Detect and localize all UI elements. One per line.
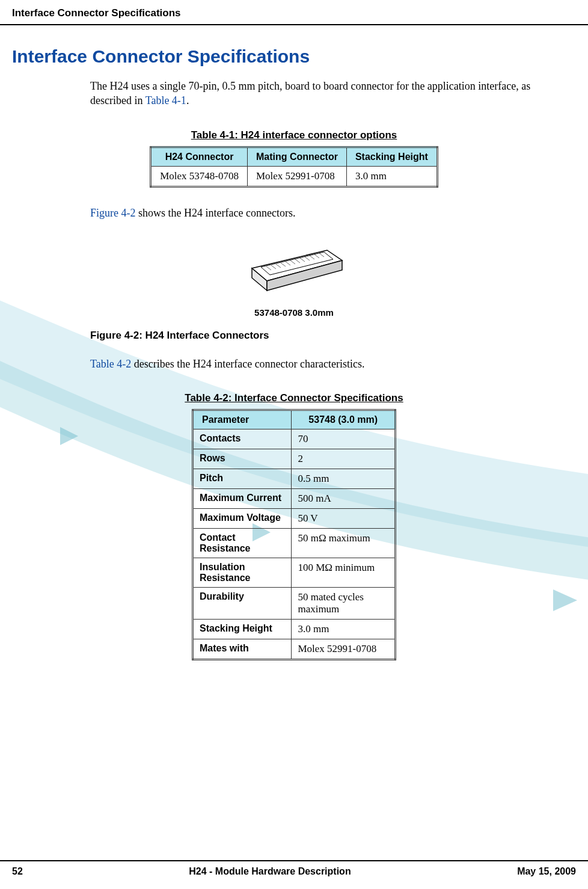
table-4-2-caption: Table 4-2: Interface Connector Specifica… [0, 392, 588, 404]
t1-h2: Mating Connector [247, 147, 346, 166]
t2-p6: Insulation Resistance [193, 558, 292, 588]
t2-p2: Pitch [193, 469, 292, 489]
t2-p4: Maximum Voltage [193, 509, 292, 529]
t2-v2: 0.5 mm [292, 469, 396, 489]
figure-intro-text: shows the H24 interface connectors. [136, 207, 296, 219]
page-title: Interface Connector Specifications [0, 25, 588, 79]
table-4-2: Parameter 53748 (3.0 mm) Contacts70 Rows… [192, 409, 396, 660]
link-table-4-2[interactable]: Table 4-2 [90, 358, 131, 370]
table-4-1: H24 Connector Mating Connector Stacking … [150, 146, 438, 188]
t2-p0: Contacts [193, 429, 292, 449]
table2-intro: Table 4-2 describes the H24 interface co… [0, 357, 588, 371]
t2-v7: 50 mated cycles maximum [292, 588, 396, 620]
connector-illustration [234, 235, 354, 301]
t2-p7: Durability [193, 588, 292, 620]
figure-4-2: 53748-0708 3.0mm [0, 235, 588, 318]
intro-text-b: . [186, 94, 189, 106]
t2-p3: Maximum Current [193, 489, 292, 509]
figure-part-label: 53748-0708 3.0mm [0, 307, 588, 318]
t2-p1: Rows [193, 449, 292, 469]
link-table-4-1[interactable]: Table 4-1 [145, 94, 186, 106]
t2-p9: Mates with [193, 639, 292, 660]
running-header: Interface Connector Specifications [0, 0, 588, 25]
table-4-1-caption: Table 4-1: H24 interface connector optio… [0, 129, 588, 141]
t1-c2: Molex 52991-0708 [247, 166, 346, 186]
footer-date: May 15, 2009 [517, 866, 576, 877]
t1-c3: 3.0 mm [346, 166, 437, 186]
figure-intro: Figure 4-2 shows the H24 interface conne… [0, 206, 588, 220]
t2-v8: 3.0 mm [292, 620, 396, 639]
t2-v4: 50 V [292, 509, 396, 529]
footer-center: H24 - Module Hardware Description [189, 866, 351, 877]
t2-h1: Parameter [193, 410, 292, 429]
t2-v6: 100 MΩ minimum [292, 558, 396, 588]
figure-4-2-caption: Figure 4-2: H24 Interface Connectors [0, 330, 588, 342]
intro-paragraph: The H24 uses a single 70-pin, 0.5 mm pit… [0, 79, 588, 108]
t2-p8: Stacking Height [193, 620, 292, 639]
t2-v9: Molex 52991-0708 [292, 639, 396, 660]
t2-v5: 50 mΩ maximum [292, 529, 396, 558]
page-footer: 52 H24 - Module Hardware Description May… [0, 860, 588, 877]
t2-p5: Contact Resistance [193, 529, 292, 558]
t1-h3: Stacking Height [346, 147, 437, 166]
page-number: 52 [12, 866, 23, 877]
t2-v3: 500 mA [292, 489, 396, 509]
link-figure-4-2[interactable]: Figure 4-2 [90, 207, 136, 219]
t2-v1: 2 [292, 449, 396, 469]
t1-c1: Molex 53748-0708 [151, 166, 248, 186]
t2-v0: 70 [292, 429, 396, 449]
table2-intro-text: describes the H24 interface connector ch… [131, 358, 364, 370]
t1-h1: H24 Connector [151, 147, 248, 166]
t2-h2: 53748 (3.0 mm) [292, 410, 396, 429]
